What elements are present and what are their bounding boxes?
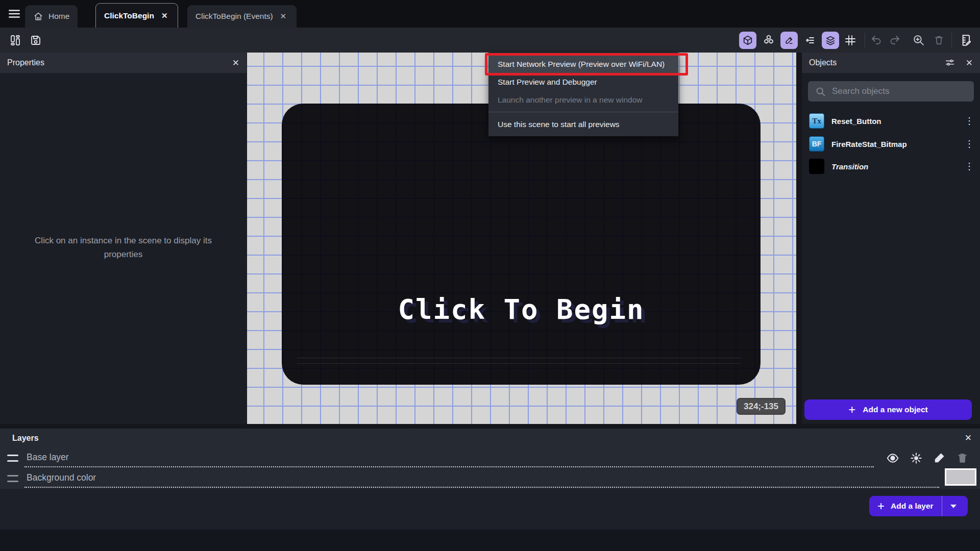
objects-panel: Objects ✕ Tx Reset_Button ⋮ BF FireRateS…	[802, 53, 980, 424]
object-name: FireRateStat_Bitmap	[831, 140, 907, 148]
zoom-in-icon	[912, 34, 925, 46]
menu-separator	[488, 112, 678, 112]
cursor-coordinates-badge: 324;-135	[737, 398, 786, 415]
properties-panel: Properties ✕ Click on an instance in the…	[0, 53, 247, 424]
delete-button[interactable]	[930, 28, 947, 53]
undo-icon	[870, 34, 883, 46]
tab-events-editor[interactable]: ClickToBegin (Events) ✕	[187, 5, 297, 28]
add-layer-options-button[interactable]	[942, 496, 965, 516]
scene-window-rect[interactable]: Click To Begin	[282, 104, 761, 385]
layers-panel-title: Layers	[12, 434, 39, 443]
properties-panel-title: Properties	[7, 58, 44, 67]
layer-name-field[interactable]: Base layer	[27, 452, 69, 463]
dashboard-icon	[9, 34, 21, 46]
drag-handle-icon[interactable]	[7, 475, 18, 482]
toggle-grid-button[interactable]	[842, 28, 859, 53]
pencil-icon[interactable]	[933, 452, 946, 464]
plus-icon: +	[848, 404, 855, 416]
edit-scene-properties-button[interactable]	[955, 28, 976, 53]
toolbar: Preview Publish	[0, 28, 980, 53]
object-list-item[interactable]: Tx Reset_Button ⋮	[802, 110, 980, 132]
add-layer-button-main[interactable]: + Add a layer	[869, 496, 942, 516]
zoom-button[interactable]	[909, 28, 927, 53]
layer-row-background-color[interactable]: Background color	[0, 470, 980, 488]
layer-name-underline	[24, 466, 874, 467]
tab-scene-editor[interactable]: ClickToBegin ✕	[95, 3, 178, 28]
open-home-panel-button[interactable]	[6, 28, 24, 53]
trash-icon[interactable]	[956, 452, 969, 464]
tab-label: ClickToBegin (Events)	[195, 12, 273, 21]
bitmap-font-object-icon: BF	[809, 136, 824, 152]
menu-item-launch-new-window: Launch another preview in a new window	[488, 91, 678, 109]
object-list-item[interactable]: Transition ⋮	[802, 155, 980, 178]
close-icon[interactable]: ✕	[232, 58, 239, 68]
plus-icon: +	[877, 500, 885, 512]
menu-item-use-scene-all-previews[interactable]: Use this scene to start all previews	[488, 115, 678, 133]
save-icon	[30, 34, 42, 46]
cube-icon	[742, 35, 753, 46]
toolbar-separator	[865, 33, 865, 47]
toggle-properties-panel-button[interactable]	[780, 32, 798, 49]
tab-label: ClickToBegin	[104, 11, 154, 20]
add-layer-label: Add a layer	[891, 502, 934, 511]
window-bottom-strip	[0, 530, 980, 551]
toggle-layers-panel-button[interactable]	[822, 32, 839, 49]
layers-icon	[825, 35, 836, 46]
objects-panel-title: Objects	[809, 58, 837, 67]
toggle-objects-panel-button[interactable]	[739, 32, 756, 49]
sprite-object-icon	[809, 159, 824, 174]
objects-search-box[interactable]	[808, 81, 974, 102]
close-icon[interactable]: ✕	[278, 11, 289, 22]
object-list-icon	[804, 34, 816, 46]
object-list-item[interactable]: BF FireRateStat_Bitmap ⋮	[802, 133, 980, 155]
scene-banner-text[interactable]: Click To Begin	[282, 293, 761, 325]
layer-name-field[interactable]: Background color	[27, 472, 96, 483]
close-icon[interactable]: ✕	[159, 10, 170, 21]
toolbar-separator	[951, 33, 952, 47]
save-button[interactable]	[27, 28, 45, 53]
add-new-object-button[interactable]: + Add a new object	[804, 399, 972, 420]
object-name: Reset_Button	[831, 117, 881, 126]
objects-search-input[interactable]	[832, 86, 967, 96]
chevron-down-icon	[950, 505, 957, 508]
menu-item-start-network-preview[interactable]: Start Network Preview (Preview over WiFi…	[488, 55, 678, 73]
toggle-object-groups-button[interactable]	[801, 28, 819, 53]
preview-options-menu: Start Network Preview (Preview over WiFi…	[488, 53, 678, 136]
close-icon[interactable]: ✕	[965, 433, 972, 443]
kebab-menu-icon[interactable]: ⋮	[965, 138, 974, 149]
properties-empty-message: Click on an instance in the scene to dis…	[15, 234, 231, 261]
edit-sheet-icon	[959, 34, 972, 47]
layers-panel: Layers ✕ Base layer Background color	[0, 429, 980, 489]
stacked-cubes-icon	[763, 34, 775, 46]
undo-button[interactable]	[868, 28, 885, 53]
tab-home[interactable]: Home	[25, 5, 78, 28]
close-icon[interactable]: ✕	[966, 58, 973, 68]
tab-bar: Home ClickToBegin ✕ ClickToBegin (Events…	[0, 0, 980, 28]
effects-icon[interactable]	[910, 452, 923, 465]
add-layer-button[interactable]: + Add a layer	[869, 496, 968, 516]
object-name: Transition	[831, 162, 868, 171]
search-icon	[815, 86, 826, 97]
tab-label: Home	[48, 12, 69, 21]
background-color-swatch[interactable]	[945, 468, 976, 486]
filter-icon[interactable]	[944, 57, 955, 68]
toggle-instances-panel-button[interactable]	[760, 28, 777, 53]
properties-panel-header: Properties ✕	[0, 53, 247, 73]
layer-row-base[interactable]: Base layer	[0, 450, 980, 467]
eye-icon[interactable]	[886, 452, 899, 465]
pencil-icon	[784, 35, 794, 45]
layer-name-underline	[24, 487, 939, 488]
grid-icon	[844, 34, 856, 46]
menu-item-start-preview-debugger[interactable]: Start Preview and Debugger	[488, 73, 678, 91]
home-icon	[33, 11, 43, 21]
kebab-menu-icon[interactable]: ⋮	[965, 115, 974, 127]
text-object-icon: Tx	[809, 113, 824, 129]
kebab-menu-icon[interactable]: ⋮	[965, 161, 974, 172]
main-menu-icon[interactable]	[6, 6, 22, 21]
redo-button[interactable]	[886, 28, 903, 53]
drag-handle-icon[interactable]	[7, 455, 18, 462]
objects-panel-header: Objects ✕	[802, 53, 980, 73]
hamburger-icon	[8, 7, 21, 20]
redo-icon	[889, 34, 901, 46]
scene-faint-line	[297, 363, 741, 364]
